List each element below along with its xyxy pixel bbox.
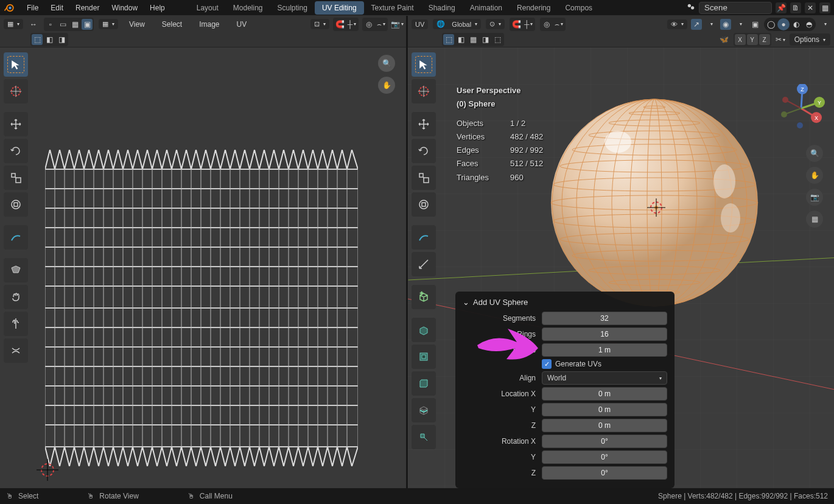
snap-toggle-icon[interactable]: 🧲 xyxy=(334,19,345,30)
uv-menu-view[interactable]: View xyxy=(123,18,151,31)
shading-wireframe-icon[interactable]: ◯ xyxy=(765,18,777,30)
tool-3d-annotate[interactable] xyxy=(412,225,436,250)
rotation-y-field[interactable]: 0° xyxy=(542,450,667,464)
overlay-options-icon[interactable]: ▾ xyxy=(735,19,746,30)
tool-inset[interactable] xyxy=(412,345,436,369)
show-overlays-2-icon[interactable]: ◧ xyxy=(455,34,466,45)
tab-compositing[interactable]: Compos xyxy=(558,1,600,15)
butterfly-icon[interactable]: 🦋 xyxy=(719,34,730,45)
new-scene-icon[interactable]: 🗎 xyxy=(790,2,801,13)
options-dropdown[interactable]: Options▾ xyxy=(790,33,830,46)
proportional-3d-icon[interactable]: ◎ xyxy=(541,19,552,30)
mirror-y[interactable]: Y xyxy=(747,34,758,45)
uv-menu-uv[interactable]: UV xyxy=(231,18,253,31)
browse-scene-icon[interactable]: ▦ xyxy=(819,2,830,13)
overlay-1-icon[interactable]: ⬚ xyxy=(32,34,43,45)
snap-type-icon[interactable]: ┼▾ xyxy=(346,19,357,30)
overlay-toggle-icon[interactable]: ◉ xyxy=(720,19,731,30)
rotation-x-field[interactable]: 0° xyxy=(542,435,667,448)
automerge-icon[interactable]: ✂▾ xyxy=(775,34,786,45)
orientation-dropdown[interactable]: 🌐 Global▾ xyxy=(433,19,481,29)
perspective-toggle-icon[interactable]: ▦ xyxy=(806,211,823,228)
delete-scene-icon[interactable]: ✕ xyxy=(805,2,816,13)
pan-3d-icon[interactable]: ✋ xyxy=(806,167,823,184)
select-island-icon[interactable]: ▣ xyxy=(82,19,93,30)
proportional-3d-falloff-icon[interactable]: ⌢▾ xyxy=(553,19,564,30)
location-z-field[interactable]: 0 m xyxy=(542,419,667,432)
tool-3d-scale[interactable] xyxy=(412,166,436,190)
tab-layout[interactable]: Layout xyxy=(189,1,226,15)
show-overlays-5-icon[interactable]: ⬚ xyxy=(492,34,503,45)
tool-3d-cursor[interactable] xyxy=(412,79,436,103)
tool-move[interactable] xyxy=(4,112,28,136)
zoom-icon[interactable]: 🔍 xyxy=(378,55,395,72)
select-vertex-icon[interactable]: ▫ xyxy=(45,19,56,30)
operator-title[interactable]: ⌄ Add UV Sphere xyxy=(463,298,667,307)
location-y-field[interactable]: 0 m xyxy=(542,403,667,416)
tool-rip[interactable] xyxy=(4,258,28,282)
proportional-falloff-icon[interactable]: ⌢▾ xyxy=(376,19,387,30)
select-face-icon[interactable]: ▦ xyxy=(69,19,80,30)
overlay-2-icon[interactable]: ◧ xyxy=(44,34,55,45)
tab-modeling[interactable]: Modeling xyxy=(226,1,270,15)
tool-add-cube[interactable]: + xyxy=(412,285,436,309)
show-overlays-1-icon[interactable]: ⬚ xyxy=(443,34,454,45)
tool-scale[interactable] xyxy=(4,166,28,190)
uv-menu-image[interactable]: Image xyxy=(193,18,225,31)
tool-loopcut[interactable] xyxy=(412,398,436,422)
tool-knife[interactable] xyxy=(412,425,436,449)
gizmo-options-icon[interactable]: ▾ xyxy=(706,19,717,30)
generate-uvs-checkbox[interactable]: ✓ xyxy=(542,359,552,369)
shading-matprev-icon[interactable]: ◐ xyxy=(790,18,802,30)
tool-annotate[interactable] xyxy=(4,225,28,250)
snap-3d-icon[interactable]: 🧲 xyxy=(511,19,522,30)
tool-3d-move[interactable] xyxy=(412,112,436,136)
sync-selection-icon[interactable]: ↔ xyxy=(28,19,39,30)
camera-view-icon[interactable]: 📷 xyxy=(806,189,823,206)
mirror-z[interactable]: Z xyxy=(759,34,770,45)
show-overlays-4-icon[interactable]: ◨ xyxy=(480,34,491,45)
menu-render[interactable]: Render xyxy=(69,1,105,15)
tool-bevel[interactable] xyxy=(412,371,436,396)
3d-viewport[interactable]: User Perspective (0) Sphere Objects1 / 2… xyxy=(408,47,834,488)
scene-name-input[interactable] xyxy=(699,2,772,14)
location-x-field[interactable]: 0 m xyxy=(542,387,667,401)
tool-3d-measure[interactable] xyxy=(412,252,436,276)
shading-options-icon[interactable]: ▾ xyxy=(819,19,830,30)
rings-field[interactable]: 16 xyxy=(542,327,667,341)
tab-animation[interactable]: Animation xyxy=(463,1,510,15)
tool-rotate[interactable] xyxy=(4,139,28,163)
uv-sticky-dropdown[interactable]: ▦▾ xyxy=(99,19,118,29)
menu-edit[interactable]: Edit xyxy=(44,1,69,15)
mirror-x[interactable]: X xyxy=(735,34,746,45)
pivot-3d-dropdown[interactable]: ⊙▾ xyxy=(486,19,505,29)
tab-texture-paint[interactable]: Texture Paint xyxy=(364,1,421,15)
uv-viewport[interactable]: 🔍 ✋ xyxy=(0,47,406,488)
menu-help[interactable]: Help xyxy=(144,1,171,15)
image-browse-icon[interactable]: 📷▾ xyxy=(391,19,402,30)
radius-field[interactable]: 1 m xyxy=(542,343,667,357)
tab-sculpting[interactable]: Sculpting xyxy=(270,1,315,15)
xray-icon[interactable]: ▣ xyxy=(749,19,760,30)
tool-3d-rotate[interactable] xyxy=(412,139,436,163)
zoom-3d-icon[interactable]: 🔍 xyxy=(806,145,823,162)
snap-3d-type-icon[interactable]: ┼▾ xyxy=(523,19,534,30)
pan-icon[interactable]: ✋ xyxy=(378,77,395,94)
tool-select-box[interactable] xyxy=(4,52,28,77)
tool-grab[interactable] xyxy=(4,285,28,309)
shading-rendered-icon[interactable]: ◓ xyxy=(803,18,815,30)
tool-pinch[interactable] xyxy=(4,338,28,363)
tab-rendering[interactable]: Rendering xyxy=(510,1,558,15)
editor-type-dropdown[interactable]: ▦▾ xyxy=(4,19,23,29)
tool-transform[interactable] xyxy=(4,192,28,217)
shading-solid-icon[interactable]: ● xyxy=(777,18,790,30)
show-overlays-3-icon[interactable]: ▦ xyxy=(468,34,478,45)
uv-menu-select[interactable]: Select xyxy=(156,18,188,31)
pin-icon[interactable]: 📌 xyxy=(776,2,787,13)
tool-cursor[interactable] xyxy=(4,79,28,103)
tool-relax[interactable] xyxy=(4,312,28,336)
tool-3d-select-box[interactable] xyxy=(412,52,436,77)
tab-shading[interactable]: Shading xyxy=(421,1,463,15)
overlay-3-icon[interactable]: ◨ xyxy=(56,34,67,45)
mode-dropdown[interactable]: UV xyxy=(412,19,428,29)
